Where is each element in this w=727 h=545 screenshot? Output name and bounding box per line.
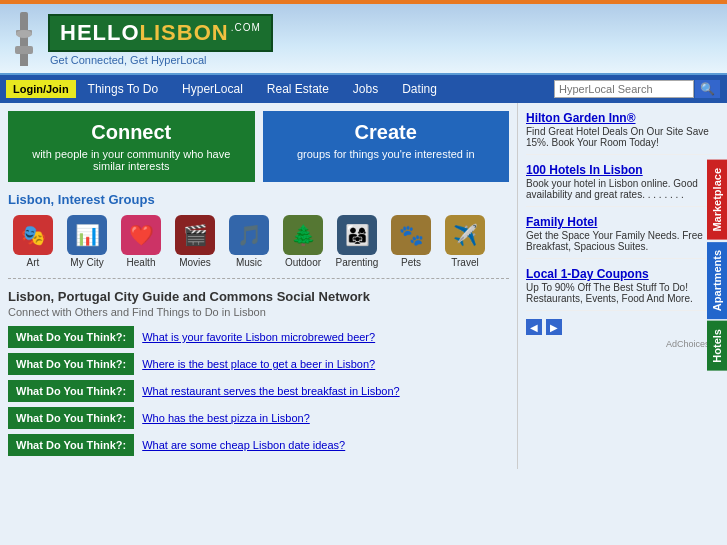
nav-things-to-do[interactable]: Things To Do xyxy=(76,77,170,101)
group-item-outdoor[interactable]: 🌲 Outdoor xyxy=(278,215,328,268)
nav-hyperlocal[interactable]: HyperLocal xyxy=(170,77,255,101)
question-label: What Do You Think?: xyxy=(8,380,134,402)
search-input[interactable] xyxy=(554,80,694,98)
ad-title[interactable]: Local 1-Day Coupons xyxy=(526,267,719,281)
nav-dating[interactable]: Dating xyxy=(390,77,449,101)
question-link[interactable]: What is your favorite Lisbon microbrewed… xyxy=(142,331,375,343)
group-label: Parenting xyxy=(336,257,379,268)
ad-title[interactable]: Family Hotel xyxy=(526,215,719,229)
side-tab-marketplace[interactable]: Marketplace xyxy=(707,160,727,240)
ad-text: Find Great Hotel Deals On Our Site Save … xyxy=(526,126,719,148)
nav-arrows: ◀ ▶ xyxy=(526,319,719,335)
city-guide: Lisbon, Portugal City Guide and Commons … xyxy=(8,278,509,456)
svg-rect-5 xyxy=(20,54,28,66)
nav-right: 🔍 xyxy=(554,79,721,99)
logo-text: HELLOLISBON.COM xyxy=(48,14,273,52)
group-label: Music xyxy=(236,257,262,268)
logo-hello: HELLO xyxy=(60,20,140,45)
group-label: Pets xyxy=(401,257,421,268)
connect-subtitle: with people in your community who have s… xyxy=(18,148,245,172)
city-guide-title: Lisbon, Portugal City Guide and Commons … xyxy=(8,289,509,304)
tagline: Get Connected, Get HyperLocal xyxy=(50,54,273,66)
question-link[interactable]: Who has the best pizza in Lisbon? xyxy=(142,412,310,424)
question-label: What Do You Think?: xyxy=(8,407,134,429)
group-item-health[interactable]: ❤️ Health xyxy=(116,215,166,268)
group-item-music[interactable]: 🎵 Music xyxy=(224,215,274,268)
group-icon: 🎵 xyxy=(229,215,269,255)
group-label: Outdoor xyxy=(285,257,321,268)
ad-text: Get the Space Your Family Needs. Free Br… xyxy=(526,230,719,252)
main-content: Connect with people in your community wh… xyxy=(0,103,727,469)
group-icon: 🐾 xyxy=(391,215,431,255)
logo-lisbon: LISBON xyxy=(140,20,229,45)
header: HELLOLISBON.COM Get Connected, Get Hyper… xyxy=(0,4,727,75)
question-link[interactable]: What are some cheap Lisbon date ideas? xyxy=(142,439,345,451)
groups-label: Lisbon, Interest Groups xyxy=(8,192,509,207)
ad-title[interactable]: Hilton Garden Inn® xyxy=(526,111,719,125)
group-item-parenting[interactable]: 👨‍👩‍👧 Parenting xyxy=(332,215,382,268)
question-label: What Do You Think?: xyxy=(8,326,134,348)
ad-title[interactable]: 100 Hotels In Lisbon xyxy=(526,163,719,177)
connect-title: Connect xyxy=(18,121,245,144)
ad-item-0: Hilton Garden Inn® Find Great Hotel Deal… xyxy=(526,111,719,155)
logo-com: .COM xyxy=(231,22,261,33)
create-subtitle: groups for things you're interested in xyxy=(273,148,500,160)
svg-rect-4 xyxy=(15,46,33,54)
nav-left: Login/Join Things To Do HyperLocal Real … xyxy=(6,77,449,101)
svg-point-3 xyxy=(16,30,32,38)
group-icon: 👨‍👩‍👧 xyxy=(337,215,377,255)
right-sidebar: Hilton Garden Inn® Find Great Hotel Deal… xyxy=(517,103,727,469)
next-arrow[interactable]: ▶ xyxy=(546,319,562,335)
group-item-pets[interactable]: 🐾 Pets xyxy=(386,215,436,268)
question-label: What Do You Think?: xyxy=(8,434,134,456)
question-row-4: What Do You Think?: What are some cheap … xyxy=(8,434,509,456)
nav-jobs[interactable]: Jobs xyxy=(341,77,390,101)
navbar: Login/Join Things To Do HyperLocal Real … xyxy=(0,75,727,103)
group-label: My City xyxy=(70,257,103,268)
question-row-3: What Do You Think?: Who has the best piz… xyxy=(8,407,509,429)
ads-list: Hilton Garden Inn® Find Great Hotel Deal… xyxy=(526,111,719,311)
ad-item-3: Local 1-Day Coupons Up To 90% Off The Be… xyxy=(526,267,719,311)
question-row-0: What Do You Think?: What is your favorit… xyxy=(8,326,509,348)
side-tab-apartments[interactable]: Apartments xyxy=(707,242,727,319)
prev-arrow[interactable]: ◀ xyxy=(526,319,542,335)
login-join-button[interactable]: Login/Join xyxy=(6,80,76,98)
groups-grid: 🎭 Art 📊 My City ❤️ Health 🎬 Movies 🎵 Mus… xyxy=(8,215,509,268)
ad-text: Book your hotel in Lisbon online. Good a… xyxy=(526,178,719,200)
ad-text: Up To 90% Off The Best Stuff To Do! Rest… xyxy=(526,282,719,304)
pipe-icon xyxy=(10,12,48,67)
connect-button[interactable]: Connect with people in your community wh… xyxy=(8,111,255,182)
group-icon: 🎭 xyxy=(13,215,53,255)
group-icon: 🎬 xyxy=(175,215,215,255)
question-link[interactable]: What restaurant serves the best breakfas… xyxy=(142,385,399,397)
group-item-travel[interactable]: ✈️ Travel xyxy=(440,215,490,268)
group-label: Art xyxy=(27,257,40,268)
group-icon: ✈️ xyxy=(445,215,485,255)
ad-item-1: 100 Hotels In Lisbon Book your hotel in … xyxy=(526,163,719,207)
question-label: What Do You Think?: xyxy=(8,353,134,375)
nav-real-estate[interactable]: Real Estate xyxy=(255,77,341,101)
ad-item-2: Family Hotel Get the Space Your Family N… xyxy=(526,215,719,259)
question-row-1: What Do You Think?: Where is the best pl… xyxy=(8,353,509,375)
search-button[interactable]: 🔍 xyxy=(694,79,721,99)
group-icon: ❤️ xyxy=(121,215,161,255)
group-label: Travel xyxy=(451,257,478,268)
group-item-my-city[interactable]: 📊 My City xyxy=(62,215,112,268)
question-row-2: What Do You Think?: What restaurant serv… xyxy=(8,380,509,402)
group-item-art[interactable]: 🎭 Art xyxy=(8,215,58,268)
group-label: Movies xyxy=(179,257,211,268)
ad-choices: AdChoices ▶ xyxy=(526,339,719,349)
side-tab-hotels[interactable]: Hotels xyxy=(707,321,727,371)
group-icon: 🌲 xyxy=(283,215,323,255)
group-icon: 📊 xyxy=(67,215,107,255)
city-guide-subtitle: Connect with Others and Find Things to D… xyxy=(8,306,509,318)
create-title: Create xyxy=(273,121,500,144)
logo-container: HELLOLISBON.COM Get Connected, Get Hyper… xyxy=(48,14,273,66)
question-link[interactable]: Where is the best place to get a beer in… xyxy=(142,358,375,370)
action-buttons: Connect with people in your community wh… xyxy=(8,111,509,182)
group-item-movies[interactable]: 🎬 Movies xyxy=(170,215,220,268)
left-content: Connect with people in your community wh… xyxy=(0,103,517,469)
side-tabs: Marketplace Apartments Hotels xyxy=(707,160,727,370)
create-button[interactable]: Create groups for things you're interest… xyxy=(263,111,510,182)
questions-list: What Do You Think?: What is your favorit… xyxy=(8,326,509,456)
